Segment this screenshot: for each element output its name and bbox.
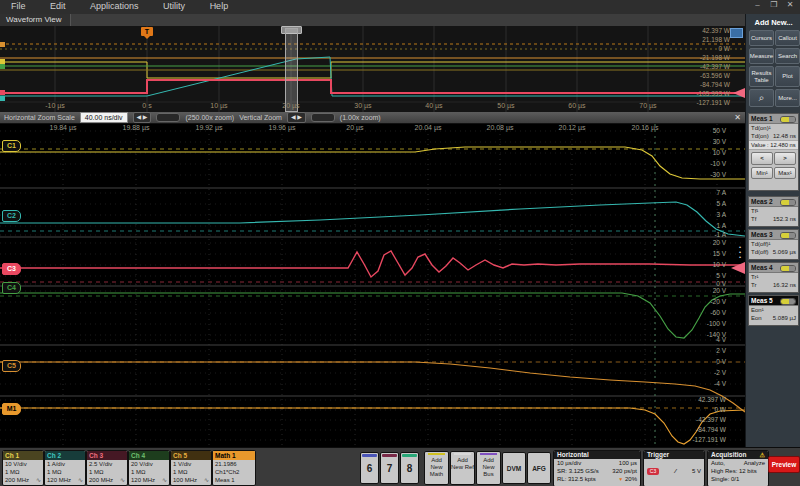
menu-file[interactable]: File xyxy=(0,0,37,11)
channel-badge-c3[interactable]: C3 xyxy=(2,263,21,275)
menu-utility[interactable]: Utility xyxy=(152,0,196,11)
main-time-label: 19.92 µs xyxy=(186,124,232,131)
math1-badge[interactable]: Math 1 21.1986 Ch1*Ch2 Meas 1 xyxy=(212,450,256,486)
menu-edit[interactable]: Edit xyxy=(39,0,77,11)
ch8-color-stripe xyxy=(402,454,417,457)
measure-button[interactable]: Measure xyxy=(749,48,774,64)
menu-help[interactable]: Help xyxy=(199,0,240,11)
acquisition-title: Acquisition⚠ xyxy=(708,451,768,459)
meas4-panel[interactable]: Meas 4 Tr¹ Tr16.32 ns xyxy=(748,262,799,293)
meas3-panel[interactable]: Meas 3 Td(off)¹ Td(off)5.069 µs xyxy=(748,229,799,260)
cursor-readout-tag[interactable] xyxy=(730,28,743,38)
results-table-button[interactable]: Results Table xyxy=(749,66,774,87)
hzoom-scale-input[interactable]: 40.00 ns/div xyxy=(80,112,128,123)
meas1-max-button[interactable]: Max¹ xyxy=(774,167,796,179)
maximize-icon[interactable]: ❒ xyxy=(767,0,781,9)
minimize-icon[interactable]: – xyxy=(751,0,765,9)
add-new-ref-button[interactable]: Add New Ref xyxy=(450,451,475,485)
trigger-settings: C3 ∕ 5 V xyxy=(644,459,704,483)
overview-time-label: 0 s xyxy=(127,102,167,109)
preview-button[interactable]: Preview xyxy=(768,456,800,473)
meas4-toggle[interactable] xyxy=(780,265,796,272)
ch3-badge[interactable]: Ch 3 2.5 V/div 1 MΩ 200 MHz∿ xyxy=(86,450,128,486)
ch5-badge[interactable]: Ch 5 1 V/div 1 MΩ 100 MHz∿ xyxy=(170,450,212,486)
vzoom-slider[interactable] xyxy=(311,113,335,122)
scale-label-m1: -84.794 W xyxy=(690,426,726,433)
meas1-toggle[interactable] xyxy=(780,116,796,123)
math-color-stripe xyxy=(428,453,445,455)
waveform-main-view[interactable]: ••• 19.84 µs19.88 µs19.92 µs19.96 µs20 µ… xyxy=(0,124,745,447)
meas1-header[interactable]: Meas 1 xyxy=(749,114,798,124)
ch1-badge[interactable]: Ch 1 10 V/div 1 MΩ 200 MHz∿ xyxy=(2,450,44,486)
main-time-label: 19.84 µs xyxy=(40,124,86,131)
meas2-panel[interactable]: Meas 2 Tf¹ Tf152.3 ns xyxy=(748,196,799,227)
channel6-button[interactable]: 6 xyxy=(360,452,379,484)
meas5-header[interactable]: Meas 5 xyxy=(749,296,798,306)
overview-tag-c2[interactable] xyxy=(0,96,5,101)
ch2-badge[interactable]: Ch 2 1 A/div 1 MΩ 120 MHz∿ xyxy=(44,450,86,486)
channel-badge-m1[interactable]: M1 xyxy=(2,403,21,415)
horizontal-panel[interactable]: Horizontal 10 µs/div100 µs SR: 3.125 GS/… xyxy=(553,450,641,486)
trigger-title: Trigger xyxy=(644,451,704,459)
meas3-toggle[interactable] xyxy=(780,232,796,239)
panel-splitter-handle[interactable]: ••• xyxy=(739,245,741,260)
scale-label-m1: 0 W xyxy=(690,406,726,413)
zoom-close-icon[interactable]: ✕ xyxy=(734,113,741,122)
ch5-badge-title: Ch 5 xyxy=(171,451,211,460)
meas5-label-row: Eon¹ xyxy=(749,306,798,314)
channel8-button[interactable]: 8 xyxy=(400,452,419,484)
oscilloscope-app: File Edit Applications Utility Help – ❒ … xyxy=(0,0,800,486)
dvm-button[interactable]: DVM xyxy=(502,452,526,484)
meas1-panel[interactable]: Meas 1 Td(on)¹ Td(on)12.48 ns Value : 12… xyxy=(748,113,799,191)
overview-tag-c5[interactable] xyxy=(0,42,5,47)
channel-badge-c2[interactable]: C2 xyxy=(2,210,21,222)
afg-button[interactable]: AFG xyxy=(527,452,551,484)
meas2-header[interactable]: Meas 2 xyxy=(749,197,798,207)
menu-applications[interactable]: Applications xyxy=(79,0,150,11)
scale-label-c4: -60 V xyxy=(690,309,726,316)
overview-tag-c3[interactable] xyxy=(0,90,5,95)
meas1-prev-button[interactable]: < xyxy=(751,152,773,165)
meas3-header[interactable]: Meas 3 xyxy=(749,230,798,240)
add-new-bus-button[interactable]: Add New Bus xyxy=(476,451,501,485)
hzoom-slider[interactable] xyxy=(156,113,180,122)
zoom-region-box[interactable] xyxy=(285,28,298,112)
cursors-button[interactable]: Cursors xyxy=(749,30,774,46)
scale-label-c2: -1 A xyxy=(690,231,726,238)
zoom-tool-icon[interactable]: ⌕ xyxy=(749,89,774,107)
trigger-position-marker[interactable]: T xyxy=(141,27,153,36)
scale-label-c4: -20 V xyxy=(690,298,726,305)
horizontal-row3: RL: 312.5 kpts▼ 20% xyxy=(554,475,640,483)
meas1-next-button[interactable]: > xyxy=(774,152,796,165)
channel7-button[interactable]: 7 xyxy=(380,452,399,484)
overview-tag-c4[interactable] xyxy=(0,64,5,69)
channel-badge-c1[interactable]: C1 xyxy=(2,140,21,152)
meas2-toggle[interactable] xyxy=(780,199,796,206)
overview-plot xyxy=(0,26,745,112)
waveform-overview[interactable]: T -10 µs0 s10 µs20 µs30 µs40 µs50 µs60 µ… xyxy=(0,26,745,113)
plot-button[interactable]: Plot xyxy=(775,66,800,87)
meas5-toggle[interactable] xyxy=(780,298,796,305)
horizontal-row2: SR: 3.125 GS/s320 ps/pt xyxy=(554,467,640,475)
hzoom-arrows[interactable]: ◀ ▶ xyxy=(133,112,152,123)
meas2-label-row: Tf¹ xyxy=(749,207,798,215)
callout-button[interactable]: Callout xyxy=(775,30,800,46)
ch6-color-stripe xyxy=(362,454,377,457)
trigger-panel[interactable]: Trigger C3 ∕ 5 V xyxy=(643,450,705,486)
channel-badge-c4[interactable]: C4 xyxy=(2,282,21,294)
ch6-label: 6 xyxy=(361,463,378,474)
meas4-header[interactable]: Meas 4 xyxy=(749,263,798,273)
ch4-badge[interactable]: Ch 4 20 V/div 1 MΩ 120 MHz∿ xyxy=(128,450,170,486)
close-icon[interactable]: ✕ xyxy=(783,0,797,9)
more-button[interactable]: More... xyxy=(775,89,800,107)
meas1-current-value: Value : 12.480 ns xyxy=(749,140,798,150)
overview-scale-label: -21.198 W xyxy=(690,54,730,61)
vzoom-arrows[interactable]: ◀ ▶ xyxy=(287,112,306,123)
search-button[interactable]: Search xyxy=(775,48,800,64)
channel-badge-c5[interactable]: C5 xyxy=(2,360,21,372)
acquisition-panel[interactable]: Acquisition⚠ Auto,Analyze High Res: 12 b… xyxy=(707,450,769,486)
meas1-min-button[interactable]: Min¹ xyxy=(751,167,773,179)
add-new-math-button[interactable]: Add New Math xyxy=(424,451,449,485)
main-time-label: 20 µs xyxy=(332,124,378,131)
meas5-panel[interactable]: Meas 5 Eon¹ Eon5.089 µJ xyxy=(748,295,799,326)
